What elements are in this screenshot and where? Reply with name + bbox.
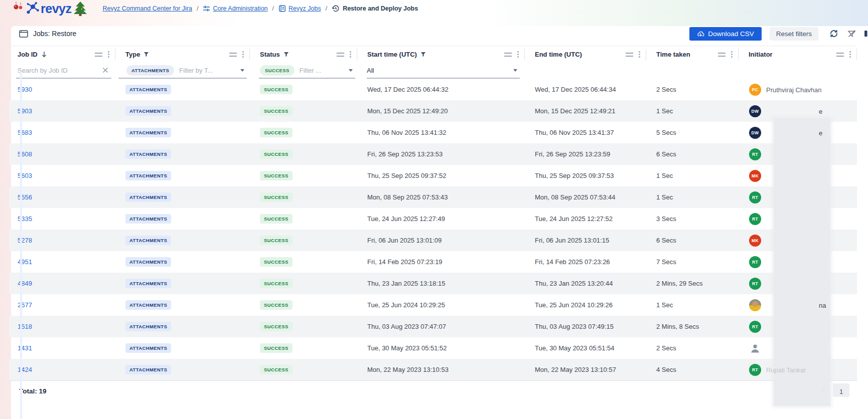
start-time-cell: Wed, 17 Dec 2025 06:44:32: [357, 79, 525, 100]
column-menu-icon[interactable]: [731, 54, 733, 55]
status-cell: SUCCESS: [250, 122, 357, 143]
column-menu-icon[interactable]: [242, 54, 244, 55]
column-drag-handle[interactable]: [337, 53, 344, 57]
initiator-filter: [739, 63, 857, 79]
start-time-cell: Tue, 24 Jun 2025 12:27:49: [357, 208, 525, 230]
type-badge: ATTACHMENTS: [125, 149, 171, 159]
column-menu-icon[interactable]: [350, 54, 351, 55]
table-filter-row: Search by Job ID ATTACHMENTS Filter by T…: [9, 63, 857, 79]
job-id-cell: 5603: [9, 165, 115, 186]
type-filter-chip[interactable]: ATTACHMENTS: [126, 65, 174, 76]
type-filter[interactable]: ATTACHMENTS Filter by T...: [115, 63, 250, 79]
column-header-initiator[interactable]: Initiator: [739, 46, 857, 63]
breadcrumb-link-core-administration[interactable]: Core Administration: [203, 5, 267, 12]
start-time-cell: Thu, 23 Jan 2025 13:18:15: [357, 273, 525, 294]
page-title: Jobs: Restore: [19, 30, 76, 38]
end-time-cell: Mon, 15 Dec 2025 12:49:21: [525, 100, 646, 122]
status-badge: SUCCESS: [260, 214, 293, 224]
clear-search-icon[interactable]: [102, 67, 108, 73]
status-filter[interactable]: SUCCESS Filter ...: [250, 63, 357, 79]
type-cell: ATTACHMENTS: [115, 337, 250, 359]
breadcrumb-separator: /: [197, 5, 198, 12]
column-drag-handle[interactable]: [95, 53, 102, 57]
type-badge: ATTACHMENTS: [125, 257, 171, 267]
time-taken-cell: 5 Secs: [646, 122, 739, 143]
column-header-start-time[interactable]: Start time (UTC): [357, 46, 525, 63]
table-row: 5930ATTACHMENTSSUCCESSWed, 17 Dec 2025 0…: [9, 79, 857, 100]
history-icon: [332, 5, 340, 13]
table-row: 1518ATTACHMENTSSUCCESSThu, 03 Aug 2023 0…: [9, 316, 857, 337]
download-csv-button[interactable]: Download CSV: [689, 27, 762, 41]
column-header-status[interactable]: Status: [250, 46, 357, 63]
column-header-time-taken[interactable]: Time taken: [646, 46, 739, 63]
status-badge: SUCCESS: [260, 85, 293, 94]
column-header-job-id[interactable]: Job ID: [9, 46, 115, 63]
time-taken-cell: 2 Mins, 29 Secs: [646, 273, 739, 294]
status-filter-input[interactable]: Filter ...: [300, 67, 321, 74]
table-row: 4849ATTACHMENTSSUCCESSThu, 23 Jan 2025 1…: [9, 273, 857, 294]
refresh-button[interactable]: [829, 29, 838, 38]
page-number-button[interactable]: 1: [833, 383, 849, 397]
job-id-cell: 2577: [9, 294, 115, 316]
column-menu-icon[interactable]: [108, 54, 109, 55]
table-row: 1431ATTACHMENTSSUCCESSTue, 30 May 2023 0…: [9, 337, 857, 359]
status-badge: SUCCESS: [260, 236, 293, 245]
chevron-down-icon[interactable]: [349, 69, 353, 72]
status-badge: SUCCESS: [260, 106, 293, 116]
column-menu-icon[interactable]: [849, 54, 851, 55]
type-filter-input[interactable]: Filter by T...: [179, 67, 213, 74]
column-menu-icon[interactable]: [639, 54, 640, 55]
breadcrumb-link-revyz-jobs[interactable]: Revyz Jobs: [278, 5, 321, 12]
column-drag-handle[interactable]: [626, 53, 633, 57]
start-time-filter[interactable]: All: [357, 63, 525, 79]
job-id-filter[interactable]: Search by Job ID: [9, 63, 115, 79]
column-drag-handle[interactable]: [504, 53, 512, 57]
status-cell: SUCCESS: [250, 79, 357, 100]
job-id-search-input[interactable]: Search by Job ID: [16, 67, 68, 74]
type-badge: ATTACHMENTS: [125, 192, 171, 202]
type-badge: ATTACHMENTS: [125, 214, 171, 224]
start-time-cell: Tue, 30 May 2023 05:51:52: [357, 337, 525, 359]
molecule-icon: [26, 2, 40, 16]
column-header-type[interactable]: Type: [115, 46, 250, 63]
type-badge: ATTACHMENTS: [125, 279, 171, 288]
brand-name: revyz: [41, 3, 71, 15]
ornaments-icon: [12, 1, 25, 16]
start-time-cell: Thu, 03 Aug 2023 07:47:07: [357, 316, 525, 337]
column-drag-handle[interactable]: [836, 53, 844, 57]
status-filter-chip[interactable]: SUCCESS: [260, 65, 295, 76]
start-time-filter-value[interactable]: All: [367, 67, 374, 74]
column-header-end-time[interactable]: End time (UTC): [525, 46, 646, 63]
column-drag-handle[interactable]: [718, 53, 726, 57]
job-id-cell: 5930: [9, 79, 115, 100]
chevron-down-icon[interactable]: [513, 69, 517, 72]
chevron-down-icon[interactable]: [240, 69, 244, 72]
time-taken-cell: 7 Secs: [646, 251, 739, 273]
type-cell: ATTACHMENTS: [115, 165, 250, 186]
sort-desc-icon[interactable]: [41, 51, 47, 58]
type-badge: ATTACHMENTS: [125, 171, 171, 180]
time-taken-cell: 4 Secs: [646, 359, 739, 380]
end-time-cell: Thu, 06 Nov 2025 13:41:37: [525, 122, 646, 143]
start-time-cell: Mon, 08 Sep 2025 07:53:43: [357, 186, 525, 208]
reset-filters-button[interactable]: Reset filters: [770, 27, 818, 41]
initiator-name: Rupali Tankar: [766, 366, 806, 373]
filter-funnel-icon[interactable]: [283, 52, 289, 57]
filter-funnel-icon[interactable]: [420, 52, 426, 57]
columns-button[interactable]: [864, 30, 868, 38]
time-taken-cell: 6 Secs: [646, 143, 739, 165]
job-id-cell: 1518: [9, 316, 115, 337]
type-cell: ATTACHMENTS: [115, 100, 250, 122]
clear-filter-button[interactable]: [847, 29, 856, 38]
start-time-cell: Thu, 25 Sep 2025 09:37:52: [357, 165, 525, 186]
job-id-cell: 5608: [9, 143, 115, 165]
filter-funnel-icon[interactable]: [143, 52, 149, 57]
initiator-avatar: RT: [749, 191, 761, 203]
column-drag-handle[interactable]: [229, 53, 237, 57]
table-row: 5278ATTACHMENTSSUCCESSFri, 06 Jun 2025 1…: [9, 230, 857, 251]
status-cell: SUCCESS: [250, 230, 357, 251]
status-badge: SUCCESS: [260, 128, 293, 137]
column-menu-icon[interactable]: [517, 54, 519, 55]
download-cloud-icon: [697, 30, 704, 37]
breadcrumb-link-command-center[interactable]: Revyz Command Center for Jira: [102, 5, 192, 12]
